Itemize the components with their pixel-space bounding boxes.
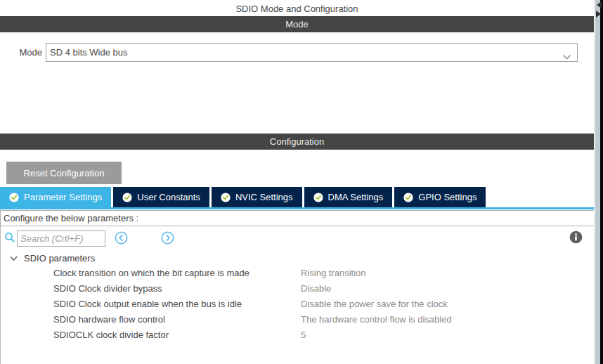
mode-select-value: SD 4 bits Wide bus [50,47,128,58]
parameter-value[interactable]: 5 [301,327,306,343]
parameter-row[interactable]: Clock transition on which the bit captur… [1,266,594,281]
check-badge-icon [313,193,323,202]
parameter-name: SDIO Clock divider bypass [53,281,162,297]
tab-label: DMA Settings [328,192,384,202]
search-input[interactable] [17,230,105,247]
parameter-value[interactable]: Disable the power save for the clock [301,297,448,312]
parameter-row[interactable]: SDIO hardware flow control The hardware … [1,312,594,327]
tab-parameter-settings[interactable]: Parameter Settings [0,187,111,207]
sdio-config-panel: SDIO Mode and Configuration Mode Mode SD… [0,0,603,364]
check-badge-icon [221,193,231,202]
parameter-row[interactable]: SDIO Clock output enable when the bus is… [1,297,594,312]
parameter-row[interactable]: SDIO Clock divider bypass Disable [1,281,594,297]
parameter-name: SDIOCLK clock divide factor [53,327,169,343]
parameter-settings-pane: SDIO parameters Clock transition on whic… [0,226,595,364]
mode-section-header: Mode [0,16,594,32]
configuration-section-header: Configuration [0,134,594,150]
scrollbar-track[interactable] [595,0,600,364]
settings-tabs: Parameter Settings User Constants [0,187,488,207]
parameter-name: Clock transition on which the bit captur… [53,266,249,281]
check-badge-icon [9,193,19,202]
tree-group-sdio-parameters[interactable]: SDIO parameters [1,250,594,266]
parameters-tree: SDIO parameters Clock transition on whic… [1,250,594,343]
mode-label: Mode [0,43,42,62]
configure-hint: Configure the below parameters : [0,210,595,226]
collapse-right-icon[interactable] [596,11,601,18]
configuration-section-header-label: Configuration [270,136,324,147]
tab-label: NVIC Settings [235,192,293,202]
reset-configuration-button[interactable]: Reset Configuration [6,162,122,184]
tree-group-label: SDIO parameters [24,253,95,264]
panel-edge [600,0,603,364]
parameter-value[interactable]: Disable [301,281,331,297]
mode-select[interactable]: SD 4 bits Wide bus [46,43,578,62]
search-toolbar [1,229,594,247]
panel-splitter-scrollbar[interactable] [594,0,603,364]
mode-row: Mode SD 4 bits Wide bus [0,43,594,62]
collapse-left-icon[interactable] [597,1,602,8]
tab-dma-settings[interactable]: DMA Settings [304,187,393,207]
search-icon [4,232,15,246]
tab-user-constants[interactable]: User Constants [113,187,209,207]
tab-label: Parameter Settings [24,192,102,202]
chevron-expand-icon [10,253,18,264]
parameter-name: SDIO Clock output enable when the bus is… [53,297,242,312]
parameter-value[interactable]: Rising transition [301,266,366,281]
tab-label: GPIO Settings [418,192,476,202]
tab-gpio-settings[interactable]: GPIO Settings [394,187,486,207]
tree-rows: Clock transition on which the bit captur… [1,266,594,343]
active-tab-underline [0,207,603,209]
chevron-down-icon [562,48,571,66]
previous-result-button[interactable] [115,231,128,245]
page-title: SDIO Mode and Configuration [0,2,594,16]
parameter-value[interactable]: The hardware control flow is disabled [301,312,452,327]
info-icon[interactable] [569,230,583,244]
parameter-name: SDIO hardware flow control [53,312,165,327]
parameter-row[interactable]: SDIOCLK clock divide factor 5 [1,327,594,343]
check-badge-icon [403,193,413,202]
tab-label: User Constants [137,192,200,202]
tab-nvic-settings[interactable]: NVIC Settings [212,187,302,207]
mode-section-header-label: Mode [285,19,309,30]
check-badge-icon [122,193,132,202]
next-result-button[interactable] [161,231,174,245]
